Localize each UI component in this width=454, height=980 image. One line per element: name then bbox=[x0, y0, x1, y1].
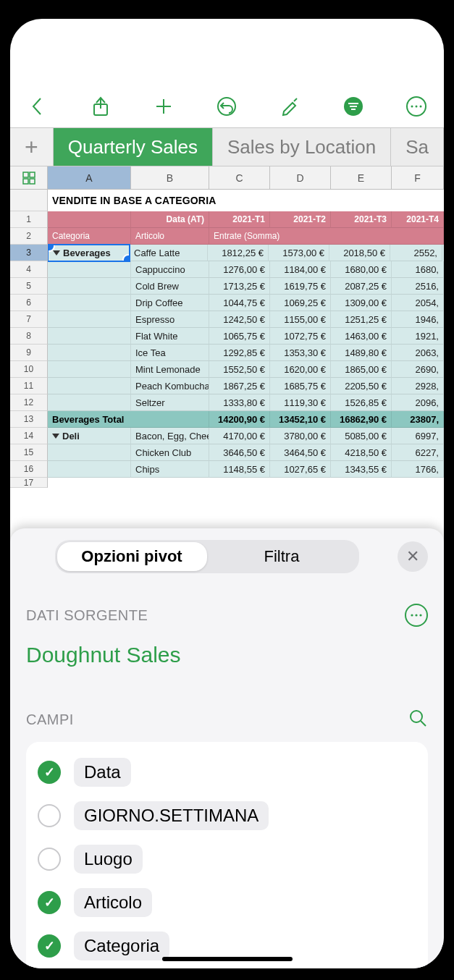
table-row[interactable]: Cold Brew1713,25 €1619,75 €2087,25 €2516… bbox=[48, 278, 444, 295]
row-header-16[interactable]: 16 bbox=[10, 461, 48, 478]
close-panel-button[interactable]: ✕ bbox=[398, 541, 428, 572]
select-all-corner[interactable] bbox=[10, 166, 48, 189]
more-button[interactable] bbox=[400, 90, 432, 122]
svg-line-21 bbox=[421, 721, 426, 726]
row-header-15[interactable]: 15 bbox=[10, 444, 48, 461]
table-row[interactable]: Flat White1065,75 €1072,75 €1463,00 €192… bbox=[48, 328, 444, 345]
table-title: VENDITE IN BASE A CATEGORIA bbox=[48, 190, 444, 211]
row-header-3[interactable]: 3 bbox=[10, 245, 48, 261]
row-header-13[interactable]: 13 bbox=[10, 411, 48, 428]
row-header-12[interactable]: 12 bbox=[10, 394, 48, 411]
checkbox-icon[interactable] bbox=[38, 848, 61, 871]
field-label: Data bbox=[74, 758, 131, 787]
pivot-panel: Opzioni pivot Filtra ✕ DATI SORGENTE Dou… bbox=[10, 528, 444, 968]
col-header-c[interactable]: C bbox=[209, 166, 270, 189]
svg-rect-13 bbox=[23, 172, 28, 177]
checkbox-icon[interactable] bbox=[38, 804, 61, 827]
checkbox-icon[interactable] bbox=[38, 891, 61, 914]
table-row[interactable]: DeliBacon, Egg, Cheese4170,00 €3780,00 €… bbox=[48, 428, 444, 444]
row-header-7[interactable]: 7 bbox=[10, 311, 48, 328]
table-body: VENDITE IN BASE A CATEGORIA Data (AT) 20… bbox=[48, 190, 444, 488]
svg-rect-15 bbox=[23, 179, 28, 184]
table-row[interactable]: Peach Kombucha1867,25 €1685,75 €2205,50 … bbox=[48, 378, 444, 394]
source-more-button[interactable] bbox=[405, 604, 428, 627]
home-indicator[interactable] bbox=[162, 957, 293, 961]
table-row[interactable]: Chips1148,55 €1027,65 €1343,55 €1766, bbox=[48, 461, 444, 478]
checkbox-icon[interactable] bbox=[38, 761, 61, 784]
segment-control: Opzioni pivot Filtra bbox=[55, 540, 359, 573]
row-header-10[interactable]: 10 bbox=[10, 361, 48, 378]
back-button[interactable] bbox=[22, 90, 54, 122]
field-label: Categoria bbox=[74, 932, 169, 960]
format-button[interactable] bbox=[274, 90, 306, 122]
svg-point-20 bbox=[411, 711, 422, 722]
column-headers: A B C D E F bbox=[10, 166, 444, 190]
toolbar bbox=[10, 85, 444, 127]
expand-icon[interactable] bbox=[52, 434, 59, 439]
tab-quarterly-sales[interactable]: Quarterly Sales bbox=[54, 128, 213, 166]
add-button[interactable] bbox=[148, 90, 180, 122]
col-header-e[interactable]: E bbox=[331, 166, 392, 189]
col-header-b[interactable]: B bbox=[131, 166, 209, 189]
selected-cell[interactable]: Beverages bbox=[48, 244, 130, 262]
expand-icon[interactable] bbox=[53, 250, 60, 255]
row-header-5[interactable]: 5 bbox=[10, 278, 48, 295]
row-header-title[interactable] bbox=[10, 190, 48, 211]
table-row[interactable]: Beverages Caffe Latte 1812,25 €1573,00 €… bbox=[48, 245, 444, 261]
svg-point-12 bbox=[419, 106, 421, 108]
table-row[interactable]: Seltzer1333,80 €1119,30 €1526,85 €2096, bbox=[48, 394, 444, 411]
device-frame: + Quarterly Sales Sales by Location Sa A… bbox=[10, 19, 444, 968]
col-header-f[interactable]: F bbox=[392, 166, 444, 189]
share-button[interactable] bbox=[85, 90, 117, 122]
table-row[interactable]: Cappuccino1276,00 €1184,00 €1680,00 €168… bbox=[48, 261, 444, 278]
row-header-8[interactable]: 8 bbox=[10, 328, 48, 345]
row-header-14[interactable]: 14 bbox=[10, 428, 48, 444]
status-bar bbox=[10, 19, 444, 85]
row-header-2[interactable]: 2 bbox=[10, 228, 48, 245]
field-item[interactable]: GIORNO.SETTIMANA bbox=[38, 794, 416, 837]
source-table-name[interactable]: Doughnut Sales bbox=[26, 643, 428, 667]
field-label: Luogo bbox=[74, 845, 143, 874]
svg-point-10 bbox=[411, 106, 413, 108]
source-data-header: DATI SORGENTE bbox=[26, 604, 428, 627]
segment-filter[interactable]: Filtra bbox=[207, 542, 357, 571]
search-fields-button[interactable] bbox=[408, 708, 428, 732]
svg-point-17 bbox=[411, 614, 413, 616]
table-total-row[interactable]: Beverages Total14200,90 €13452,10 €16862… bbox=[48, 411, 444, 428]
pivot-header-row-1: Data (AT) 2021-T1 2021-T2 2021-T3 2021-T… bbox=[48, 211, 444, 228]
svg-point-19 bbox=[419, 614, 421, 616]
table-row[interactable]: Ice Tea1292,85 €1353,30 €1489,80 €2063, bbox=[48, 345, 444, 361]
tab-truncated[interactable]: Sa bbox=[391, 128, 444, 166]
table-row[interactable]: Mint Lemonade1552,50 €1620,00 €1865,00 €… bbox=[48, 361, 444, 378]
row-header-6[interactable]: 6 bbox=[10, 295, 48, 311]
field-label: GIORNO.SETTIMANA bbox=[74, 801, 269, 830]
fields-header: CAMPI bbox=[26, 708, 428, 732]
col-header-a[interactable]: A bbox=[48, 166, 131, 189]
col-header-d[interactable]: D bbox=[270, 166, 331, 189]
row-header-17[interactable]: 17 bbox=[10, 478, 48, 488]
field-label: Articolo bbox=[74, 888, 152, 917]
field-item[interactable]: Luogo bbox=[38, 837, 416, 881]
row-header-1[interactable]: 1 bbox=[10, 211, 48, 228]
table-row[interactable]: Espresso1242,50 €1155,00 €1251,25 €1946, bbox=[48, 311, 444, 328]
svg-rect-16 bbox=[30, 179, 35, 184]
row-header-11[interactable]: 11 bbox=[10, 378, 48, 394]
undo-button[interactable] bbox=[211, 90, 243, 122]
tab-sales-by-location[interactable]: Sales by Location bbox=[213, 128, 391, 166]
checkbox-icon[interactable] bbox=[38, 934, 61, 958]
field-item[interactable]: Data bbox=[38, 751, 416, 794]
segment-pivot-options[interactable]: Opzioni pivot bbox=[57, 542, 207, 571]
row-header-9[interactable]: 9 bbox=[10, 345, 48, 361]
filter-button[interactable] bbox=[337, 90, 369, 122]
svg-point-18 bbox=[415, 614, 417, 616]
row-headers: 1 2 3 4 5 6 7 8 9 10 11 12 13 14 15 16 1… bbox=[10, 190, 48, 488]
fields-list: Data GIORNO.SETTIMANA Luogo Articolo Cat… bbox=[26, 742, 428, 968]
svg-point-11 bbox=[415, 106, 417, 108]
row-header-4[interactable]: 4 bbox=[10, 261, 48, 278]
add-sheet-button[interactable]: + bbox=[10, 128, 54, 166]
field-item[interactable]: Articolo bbox=[38, 881, 416, 924]
spreadsheet-area[interactable]: 1 2 3 4 5 6 7 8 9 10 11 12 13 14 15 16 1… bbox=[10, 190, 444, 488]
field-item[interactable]: Categoria bbox=[38, 924, 416, 968]
table-row[interactable]: Drip Coffee1044,75 €1069,25 €1309,00 €20… bbox=[48, 295, 444, 311]
table-row[interactable]: Chicken Club3646,50 €3464,50 €4218,50 €6… bbox=[48, 444, 444, 461]
